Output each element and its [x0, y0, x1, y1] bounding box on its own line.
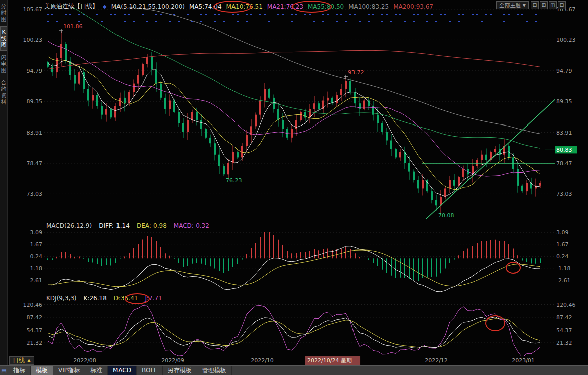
layout-single-icon[interactable]: ⊡ [531, 1, 539, 9]
arrow-up-icon: ▲ [27, 357, 31, 364]
indicator-value-label: DEA:-0.98 [137, 222, 167, 229]
svg-text:3.09: 3.09 [556, 229, 569, 236]
svg-text:21.32: 21.32 [556, 340, 572, 346]
theme-selector-button[interactable]: 全部主题 ▼ [496, 1, 529, 9]
svg-text:1.67: 1.67 [556, 241, 569, 248]
kdj-layer [48, 306, 540, 358]
svg-text:83.91: 83.91 [27, 130, 43, 136]
selected-date-label: 2022/10/24 星期一 [305, 356, 360, 365]
left-tab-bar: 分时图K线图闪电图合约资料 [0, 0, 8, 375]
ma5-line [48, 60, 540, 196]
date-tick-label: 2022/08 [73, 357, 96, 364]
svg-text:93.72: 93.72 [348, 69, 364, 76]
svg-text:73.03: 73.03 [27, 191, 43, 197]
indicator-value-label: K:26.18 [84, 295, 107, 302]
layout-vertical-icon[interactable]: ⊟ [558, 1, 566, 9]
ma10-line [48, 57, 540, 190]
hand-drawn-red-circle [506, 262, 521, 274]
svg-text:0.24: 0.24 [556, 253, 569, 260]
indicator-value-label: MACD(26,12,9) [46, 222, 92, 229]
signal-dot-rows [47, 14, 537, 22]
ma-settings-label: MA(5,10,21,55,100,200) [111, 3, 185, 10]
panel-toggle-icon[interactable]: ▤ [0, 366, 8, 375]
indicator-value-label: KDJ(9,3,3) [46, 295, 77, 302]
period-selector[interactable]: 日线 ▲ [9, 356, 34, 365]
k-line [48, 317, 540, 348]
svg-text:87.42: 87.42 [27, 314, 43, 321]
bottom-tab-4[interactable]: 标准 [85, 366, 108, 375]
svg-text:1.67: 1.67 [30, 241, 43, 248]
hand-drawn-red-circle [292, 1, 332, 13]
svg-text:78.47: 78.47 [556, 160, 572, 167]
svg-text:94.79: 94.79 [556, 68, 572, 74]
indicator-value-label: MACD:-0.32 [174, 222, 209, 229]
svg-text:78.47: 78.47 [27, 160, 43, 167]
svg-text:89.35: 89.35 [556, 98, 572, 105]
trading-app-window: 101.8693.7276.2370.08105.67105.67100.231… [0, 0, 588, 375]
bottom-tab-7[interactable]: 另存模板 [163, 366, 197, 375]
svg-text:89.35: 89.35 [27, 98, 43, 105]
ma-value-label: MA200:93.67 [393, 3, 433, 10]
layout-grid-icon[interactable]: ⊞ [540, 1, 548, 9]
svg-text:54.37: 54.37 [556, 327, 572, 334]
svg-text:120.46: 120.46 [556, 302, 576, 308]
svg-text:21.32: 21.32 [27, 340, 43, 346]
diff-line [48, 246, 540, 292]
theme-controls: 全部主题 ▼ ⊡⊞◫⊟ [496, 1, 566, 9]
bottom-tab-1[interactable]: 指标 [8, 366, 31, 375]
svg-text:101.86: 101.86 [63, 23, 83, 30]
date-axis: 2022/082022/092022/102022/10/24 星期一2022/… [7, 356, 588, 365]
sidebar-tab-1[interactable]: 分时图 [0, 1, 7, 25]
period-label: 日线 [13, 357, 25, 364]
svg-text:54.37: 54.37 [27, 327, 43, 334]
bottom-tab-8[interactable]: 管理模板 [197, 366, 232, 375]
svg-text:3.09: 3.09 [30, 229, 43, 236]
dea-line [48, 250, 540, 287]
theme-button-label: 全部主题 [499, 2, 521, 9]
date-tick-label: 2022/10 [251, 357, 274, 364]
trend-line-diagonal [426, 98, 556, 219]
bottom-tab-2[interactable]: 模板 [31, 366, 53, 375]
svg-text:120.46: 120.46 [23, 302, 43, 308]
hand-drawn-red-circle [213, 1, 252, 13]
svg-text:-2.61: -2.61 [28, 277, 42, 284]
svg-text:87.42: 87.42 [556, 314, 572, 321]
bottom-tab-3[interactable]: VIP指标 [53, 366, 85, 375]
bottom-bar: ▤ 指标模板VIP指标标准MACDBOLL另存模板管理模板 [0, 365, 588, 375]
svg-text:80.83: 80.83 [556, 147, 572, 153]
svg-text:70.08: 70.08 [438, 212, 454, 219]
bottom-tab-5[interactable]: MACD [108, 366, 137, 375]
ma-value-label: MA100:83.25 [348, 3, 389, 10]
svg-text:0.24: 0.24 [30, 253, 43, 260]
ma100-line [48, 0, 540, 134]
svg-text:76.23: 76.23 [226, 177, 242, 184]
sidebar-tab-2[interactable]: K线图 [0, 26, 7, 51]
svg-text:73.03: 73.03 [556, 191, 572, 197]
svg-text:105.67: 105.67 [23, 6, 43, 13]
bottom-tab-6[interactable]: BOLL [137, 366, 163, 375]
svg-text:94.79: 94.79 [27, 68, 43, 74]
svg-text:-1.18: -1.18 [28, 265, 42, 272]
candlestick-layer [47, 0, 556, 219]
hand-drawn-red-circle [125, 293, 150, 304]
j-line [48, 306, 540, 358]
ma200-line [48, 50, 540, 69]
layout-horizontal-icon[interactable]: ◫ [549, 1, 557, 9]
svg-text:83.91: 83.91 [556, 130, 572, 136]
hand-drawn-red-circle [485, 315, 505, 331]
sidebar-tab-3[interactable]: 闪电图 [0, 52, 7, 76]
symbol-title: 美原油连续【日线】 [44, 2, 98, 11]
date-tick-label: 2022/12 [425, 357, 448, 364]
svg-text:100.23: 100.23 [556, 37, 576, 43]
svg-text:100.23: 100.23 [23, 37, 43, 43]
indicator-value-label: DIFF:-1.14 [99, 222, 130, 229]
bottom-tab-list: 指标模板VIP指标标准MACDBOLL另存模板管理模板 [8, 366, 232, 375]
chevron-down-icon: ▼ [523, 2, 526, 9]
date-tick-label: 2022/09 [161, 357, 184, 364]
window-buttons: ⊡⊞◫⊟ [531, 1, 566, 9]
indicator-flag-icon: ◆ [103, 4, 107, 9]
svg-text:-2.61: -2.61 [556, 277, 570, 284]
svg-text:-1.18: -1.18 [556, 265, 570, 272]
macd-layer [48, 232, 540, 292]
sidebar-tab-4[interactable]: 合约资料 [0, 77, 7, 107]
